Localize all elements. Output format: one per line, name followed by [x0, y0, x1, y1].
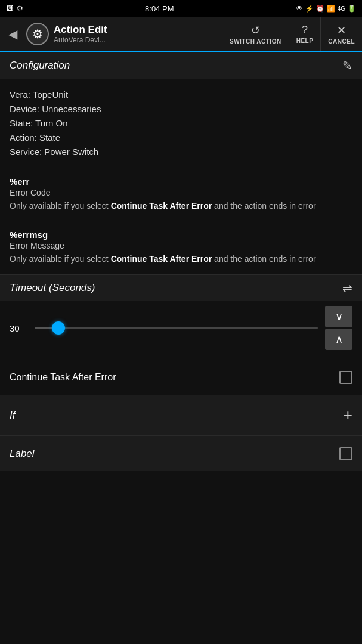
chevron-up-icon: ∧: [335, 333, 343, 346]
action-info: Action: State: [10, 131, 352, 145]
signal-icon: 4G: [338, 5, 345, 12]
help-icon: ?: [302, 24, 308, 36]
err-var-note: Only available if you select Continue Ta…: [10, 200, 352, 212]
shuffle-icon[interactable]: ⇌: [342, 281, 352, 295]
eye-icon: 👁: [296, 4, 303, 13]
if-label: If: [10, 410, 15, 422]
slider-thumb[interactable]: [52, 321, 65, 335]
timeout-header: Timeout (Seconds) ⇌: [0, 275, 362, 301]
slider-row: 30 ∨ ∧: [0, 301, 362, 360]
errmsg-var-note: Only available if you select Continue Ta…: [10, 253, 352, 265]
status-icons-right: 👁 ⚡ ⏰ 📶 4G 🔋: [296, 4, 356, 13]
back-button[interactable]: ◀: [0, 27, 21, 41]
label-row[interactable]: Label: [0, 436, 362, 471]
timeout-slider[interactable]: [35, 321, 318, 335]
chevron-down-icon: ∨: [335, 310, 343, 323]
config-info-block: Vera: TopeUnit Device: Unnecessaries Sta…: [0, 79, 362, 168]
app-title-group: Action Edit AutoVera Devi...: [54, 24, 222, 44]
err-var-desc: Error Code: [10, 188, 352, 197]
action-buttons: ↺ SWITCH ACTION ? HELP ✕ CANCEL: [222, 17, 362, 51]
app-subtitle: AutoVera Devi...: [54, 36, 222, 44]
slider-track: [35, 327, 318, 329]
configuration-header: Configuration ✎: [0, 52, 362, 79]
help-button[interactable]: ? HELP: [289, 17, 321, 51]
app-title: Action Edit: [54, 24, 222, 36]
errmsg-var-desc: Error Message: [10, 241, 352, 250]
service-info: Service: Power Switch: [10, 145, 352, 159]
err-var-block: %err Error Code Only available if you se…: [0, 168, 362, 221]
edit-icon[interactable]: ✎: [342, 58, 352, 73]
timeout-title: Timeout (Seconds): [10, 282, 95, 294]
state-info: State: Turn On: [10, 116, 352, 131]
main-content: Configuration ✎ Vera: TopeUnit Device: U…: [0, 52, 362, 644]
back-icon: ◀: [8, 27, 17, 41]
wifi-icon: 📶: [327, 5, 335, 13]
continue-after-error-checkbox[interactable]: [339, 371, 352, 384]
add-if-button[interactable]: +: [344, 406, 352, 425]
cancel-icon: ✕: [337, 24, 346, 37]
label-checkbox[interactable]: [339, 447, 352, 460]
photo-icon: 🖼: [6, 4, 13, 13]
status-icons-left: 🖼 ⚙: [6, 4, 23, 13]
status-time: 8:04 PM: [145, 4, 174, 13]
gear-status-icon: ⚙: [17, 4, 23, 13]
err-var-name: %err: [10, 177, 352, 187]
battery-icon: 🔋: [348, 5, 356, 13]
vera-info: Vera: TopeUnit: [10, 88, 352, 102]
continue-after-error-row[interactable]: Continue Task After Error: [0, 360, 362, 395]
slider-button-group: ∨ ∧: [325, 306, 352, 350]
logo-gear-icon: ⚙: [26, 23, 49, 45]
if-row[interactable]: If +: [0, 395, 362, 436]
continue-after-error-label: Continue Task After Error: [10, 372, 116, 383]
switch-action-icon: ↺: [251, 24, 260, 37]
slider-increment-button[interactable]: ∧: [325, 329, 352, 350]
timeout-section: Timeout (Seconds) ⇌: [0, 274, 362, 301]
help-label: HELP: [296, 38, 314, 44]
cancel-button[interactable]: ✕ CANCEL: [320, 17, 362, 51]
action-bar: ◀ ⚙ Action Edit AutoVera Devi... ↺ SWITC…: [0, 17, 362, 52]
errmsg-var-name: %errmsg: [10, 230, 352, 240]
alarm-icon: ⏰: [316, 5, 324, 13]
bluetooth-icon: ⚡: [305, 5, 314, 13]
slider-value: 30: [10, 323, 27, 333]
switch-action-button[interactable]: ↺ SWITCH ACTION: [222, 17, 289, 51]
switch-action-label: SWITCH ACTION: [230, 38, 281, 45]
status-bar: 🖼 ⚙ 8:04 PM 👁 ⚡ ⏰ 📶 4G 🔋: [0, 0, 362, 17]
errmsg-var-block: %errmsg Error Message Only available if …: [0, 221, 362, 274]
app-logo: ⚙: [25, 21, 50, 47]
slider-decrement-button[interactable]: ∨: [325, 306, 352, 327]
configuration-title: Configuration: [10, 60, 70, 72]
cancel-label: CANCEL: [328, 38, 355, 45]
device-info: Device: Unnecessaries: [10, 102, 352, 116]
label-section-title: Label: [10, 448, 35, 460]
